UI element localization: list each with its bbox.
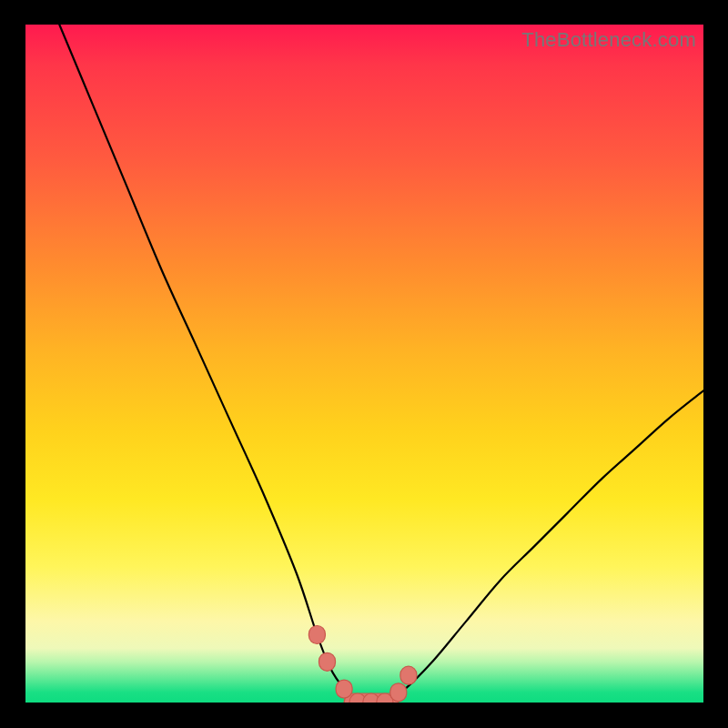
marker-point [308, 626, 325, 644]
bottleneck-curve [25, 25, 703, 703]
chart-frame: TheBottleneck.com [0, 0, 728, 728]
marker-point [390, 683, 407, 702]
curve-markers [308, 626, 417, 703]
marker-point [319, 652, 336, 671]
marker-point [336, 680, 352, 698]
marker-point [400, 666, 417, 684]
curve-line [59, 25, 703, 703]
plot-area: TheBottleneck.com [25, 25, 703, 703]
